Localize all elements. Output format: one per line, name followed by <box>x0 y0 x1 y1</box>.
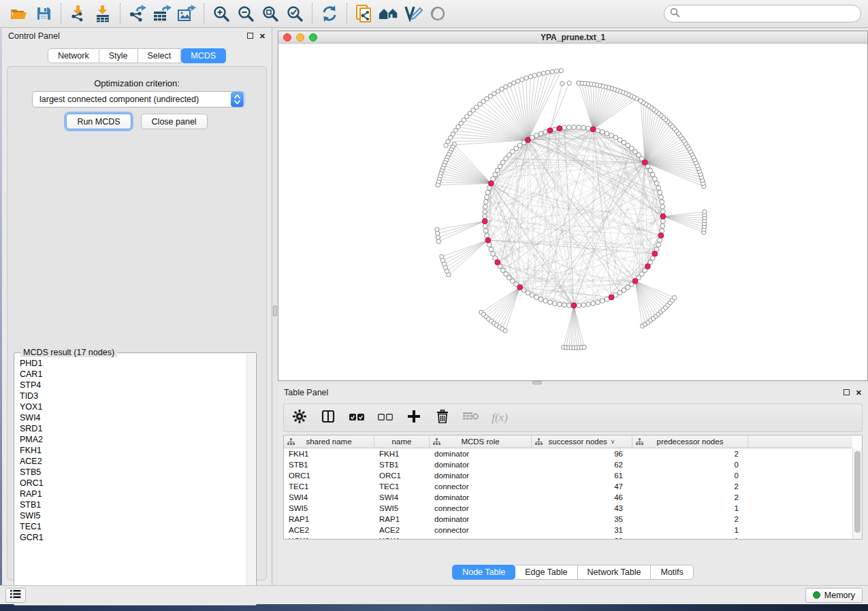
column-header-successor-nodes[interactable]: successor nodes∨ <box>532 435 632 448</box>
cell-name: ACE2 <box>374 526 430 534</box>
export-image-icon <box>177 5 196 22</box>
run-mcds-button[interactable]: Run MCDS <box>66 114 131 129</box>
cell-shared-name: RAP1 <box>284 515 374 523</box>
close-panel-button[interactable]: Close panel <box>141 114 208 129</box>
close-panel-icon[interactable]: ✕ <box>259 33 266 40</box>
export-network-button[interactable] <box>125 2 150 25</box>
mcds-node-item[interactable]: STP4 <box>20 380 246 391</box>
table-row[interactable]: SWI4SWI4dominator462 <box>284 492 852 503</box>
zoom-selected-button[interactable] <box>283 2 307 25</box>
column-header-predecessor-nodes[interactable]: predecessor nodes <box>632 435 748 448</box>
mcds-node-item[interactable]: SRD1 <box>20 423 246 434</box>
table-settings-button[interactable] <box>291 409 308 427</box>
table-row[interactable]: ORC1ORC1dominator610 <box>284 470 852 481</box>
toolbar-separator <box>120 3 120 24</box>
zoom-in-button[interactable] <box>209 2 234 25</box>
column-header-name[interactable]: name <box>374 435 430 448</box>
function-builder-button-disabled: f(x) <box>491 409 509 427</box>
table-row[interactable]: STB1STB1dominator620 <box>284 459 852 470</box>
table-row[interactable]: RAP1RAP1dominator352 <box>284 514 852 525</box>
open-file-button[interactable] <box>7 2 31 25</box>
column-header-shared-name[interactable]: shared name <box>284 435 374 448</box>
dropdown-stepper-icon <box>231 92 244 107</box>
optimization-criterion-select[interactable]: largest connected component (undirected) <box>32 91 245 108</box>
mcds-node-item[interactable]: TEC1 <box>20 521 246 532</box>
mcds-tab-content: Optimization criterion: largest connecte… <box>7 66 267 580</box>
manage-networks-button[interactable] <box>376 2 401 25</box>
vertical-splitter[interactable] <box>272 28 278 585</box>
tab-network[interactable]: Network <box>48 48 99 63</box>
save-session-button[interactable] <box>31 2 56 25</box>
mcds-node-item[interactable]: STB1 <box>20 499 246 510</box>
clone-network-button[interactable] <box>352 2 376 25</box>
delete-column-button[interactable] <box>434 409 451 427</box>
delete-table-icon <box>463 411 479 425</box>
close-panel-icon[interactable]: ✕ <box>856 389 862 397</box>
cell-shared-name: SWI5 <box>284 504 374 512</box>
cell-shared-name: SWI4 <box>284 493 374 501</box>
table-tab-edge-table[interactable]: Edge Table <box>515 565 577 580</box>
mcds-node-item[interactable]: RAP1 <box>20 489 246 499</box>
export-image-button[interactable] <box>174 2 199 25</box>
import-table-button[interactable] <box>91 2 115 25</box>
scrollbar-thumb[interactable] <box>854 451 861 533</box>
mcds-node-item[interactable]: GCR1 <box>20 532 246 543</box>
search-input[interactable] <box>680 9 855 18</box>
table-tab-motifs[interactable]: Motifs <box>651 565 693 580</box>
refresh-button[interactable] <box>317 2 342 25</box>
style-vizmapper-button[interactable] <box>401 2 425 25</box>
create-column-button[interactable] <box>405 409 423 427</box>
memory-button[interactable]: Memory <box>805 588 863 603</box>
table-scrollbar[interactable] <box>852 448 862 539</box>
show-columns-button[interactable] <box>319 409 337 427</box>
mcds-node-item[interactable]: TID3 <box>20 391 246 401</box>
search-field[interactable] <box>664 5 861 22</box>
node-table: shared namenameMCDS rolesuccessor nodes∨… <box>283 435 863 540</box>
mcds-node-item[interactable]: ACE2 <box>20 456 246 467</box>
float-panel-icon[interactable] <box>843 389 850 395</box>
mcds-node-item[interactable]: PMA2 <box>20 434 246 445</box>
mcds-list-scrollbar[interactable] <box>246 354 255 604</box>
cell-predecessor-nodes: 1 <box>632 526 748 534</box>
table-row[interactable]: YOX1YOX1connector291 <box>284 535 852 539</box>
column-header-MCDS-role[interactable]: MCDS role <box>430 435 532 448</box>
mcds-node-item[interactable]: STB5 <box>20 467 246 478</box>
network-canvas[interactable] <box>278 44 867 380</box>
table-row[interactable]: ACE2ACE2connector311 <box>284 525 852 535</box>
tab-style[interactable]: Style <box>99 48 138 63</box>
vizmapper-icon <box>404 5 423 22</box>
import-network-button[interactable] <box>66 2 91 25</box>
unselect-all-columns-button[interactable] <box>376 409 394 427</box>
export-table-button[interactable] <box>150 2 174 25</box>
mcds-node-item[interactable]: ORC1 <box>20 478 246 489</box>
mcds-result-list[interactable]: PHD1CAR1STP4TID3YOX1SWI4SRD1PMA2FKH1ACE2… <box>15 354 246 604</box>
zoom-fit-button[interactable] <box>258 2 283 25</box>
window-minimize-icon[interactable] <box>296 33 304 42</box>
tab-mcds[interactable]: MCDS <box>181 48 226 63</box>
table-tab-node-table[interactable]: Node Table <box>452 565 515 580</box>
float-panel-icon[interactable] <box>247 33 253 39</box>
select-all-columns-button[interactable] <box>348 409 366 427</box>
tab-select[interactable]: Select <box>138 48 182 63</box>
cell-name: STB1 <box>374 461 430 469</box>
cell-successor-nodes: 46 <box>532 493 632 501</box>
delete-table-button-disabled <box>462 409 480 427</box>
mcds-node-item[interactable]: YOX1 <box>20 401 246 412</box>
splitter-handle[interactable] <box>273 306 277 316</box>
mcds-node-item[interactable]: CAR1 <box>20 369 246 380</box>
mcds-node-item[interactable]: FKH1 <box>20 445 246 456</box>
table-tab-network-table[interactable]: Network Table <box>578 565 652 580</box>
window-maximize-icon[interactable] <box>309 33 317 42</box>
network-window-titlebar[interactable]: YPA_prune.txt_1 <box>278 31 867 44</box>
table-row[interactable]: FKH1FKH1dominator962 <box>284 448 852 459</box>
table-row[interactable]: SWI5SWI5connector431 <box>284 503 852 514</box>
mcds-node-item[interactable]: SWI4 <box>20 412 246 423</box>
show-hide-button[interactable] <box>425 2 450 25</box>
task-history-button[interactable] <box>5 588 26 603</box>
cell-successor-nodes: 96 <box>532 450 632 458</box>
mcds-node-item[interactable]: PHD1 <box>20 358 246 369</box>
window-close-icon[interactable] <box>283 33 291 42</box>
table-row[interactable]: TEC1TEC1connector472 <box>284 481 852 492</box>
zoom-out-button[interactable] <box>234 2 258 25</box>
mcds-node-item[interactable]: SWI5 <box>20 510 246 521</box>
